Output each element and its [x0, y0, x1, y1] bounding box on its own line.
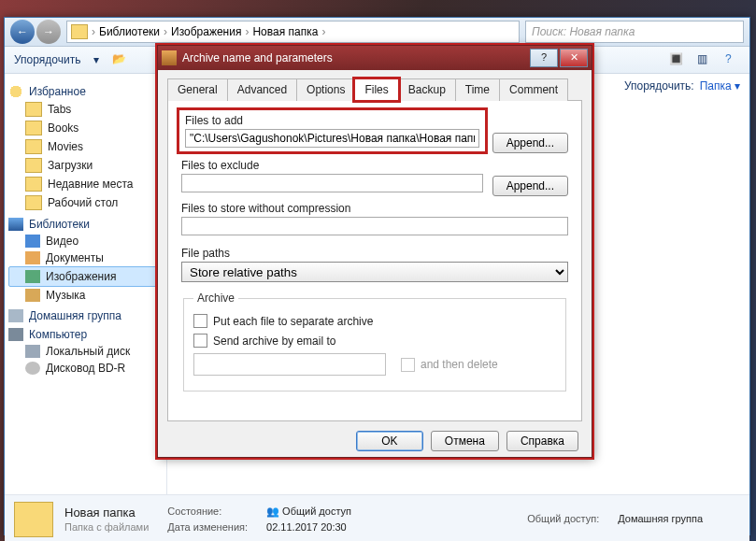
sidebar-item-images[interactable]: Изображения: [8, 266, 163, 287]
sidebar-item-label: Рабочий стол: [48, 196, 118, 209]
winrar-icon: [162, 50, 177, 65]
sidebar-item[interactable]: Локальный диск: [8, 343, 163, 360]
dialog-buttons: OK Отмена Справка: [167, 421, 582, 451]
sidebar-item-label: Дисковод BD-R: [46, 362, 125, 375]
sidebar-item-label: Музыка: [46, 289, 85, 302]
tab-advanced[interactable]: Advanced: [227, 78, 297, 101]
address-bar[interactable]: › Библиотеки › Изображения › Новая папка…: [66, 21, 520, 43]
sidebar-item[interactable]: Видео: [8, 233, 163, 249]
open-icon[interactable]: 📂: [112, 52, 127, 67]
search-input[interactable]: Поиск: Новая папка: [525, 21, 744, 43]
star-icon: [8, 85, 23, 98]
sidebar-item[interactable]: Загрузки: [8, 156, 163, 175]
sidebar-item[interactable]: Музыка: [8, 287, 163, 304]
ok-button[interactable]: OK: [356, 431, 423, 451]
tab-files[interactable]: Files: [354, 78, 398, 101]
sidebar-item[interactable]: Books: [8, 119, 163, 137]
files-to-exclude-input[interactable]: [181, 174, 483, 192]
status-state-value: 👥 Общий доступ: [266, 505, 351, 520]
tab-time[interactable]: Time: [455, 78, 500, 101]
back-button[interactable]: ←: [10, 20, 35, 44]
dialog-titlebar[interactable]: Archive name and parameters ? ✕: [158, 46, 592, 70]
folder-icon: [71, 24, 88, 39]
checkbox-send-email[interactable]: [193, 334, 207, 348]
sidebar-item[interactable]: Рабочий стол: [8, 193, 163, 212]
folder-icon: [25, 158, 42, 173]
sidebar-item[interactable]: Недавние места: [8, 175, 163, 193]
optical-disc-icon: [25, 362, 40, 375]
dialog-title: Archive name and parameters: [182, 51, 528, 64]
status-modified-value: 02.11.2017 20:30: [266, 521, 351, 534]
sidebar-item[interactable]: Дисковод BD-R: [8, 360, 163, 377]
sidebar-computer-header[interactable]: Компьютер: [8, 328, 163, 341]
files-to-add-label: Files to add: [185, 114, 479, 127]
email-target-row: and then delete: [193, 353, 556, 376]
files-to-exclude-label: Files to exclude: [181, 159, 483, 172]
sort-dropdown[interactable]: Папка ▾: [700, 79, 740, 93]
tab-comment[interactable]: Comment: [499, 78, 568, 101]
status-access-label: Общий доступ:: [527, 513, 599, 524]
append-button-1[interactable]: Append...: [492, 133, 568, 153]
files-to-exclude-group: Files to exclude: [181, 159, 483, 192]
tab-options[interactable]: Options: [296, 78, 355, 101]
sidebar-item-label: Изображения: [46, 270, 116, 283]
folder-icon: [25, 139, 42, 154]
help-button[interactable]: Справка: [506, 431, 578, 451]
tab-backup[interactable]: Backup: [398, 78, 456, 101]
chevron-right-icon: ›: [164, 25, 167, 38]
view-icon[interactable]: 🔳: [669, 52, 684, 67]
status-name: Новая папка: [64, 505, 149, 520]
sidebar-item[interactable]: Movies: [8, 137, 163, 156]
checkbox-put-separate[interactable]: [193, 314, 207, 328]
chevron-right-icon: ›: [321, 25, 325, 38]
homegroup-icon: [8, 309, 23, 322]
files-no-compress-input[interactable]: [181, 217, 568, 235]
status-bar: Новая папка Состояние: 👥 Общий доступ Па…: [5, 494, 749, 541]
folder-icon: [25, 195, 42, 210]
put-separate-row[interactable]: Put each file to separate archive: [193, 314, 556, 328]
dialog-tabs: General Advanced Options Files Backup Ti…: [167, 78, 582, 101]
folder-icon: [25, 102, 42, 117]
help-icon[interactable]: ?: [725, 52, 740, 67]
archive-group-legend: Archive: [193, 292, 238, 305]
sidebar-favorites-header[interactable]: Избранное: [8, 85, 163, 98]
file-paths-group: File paths Store relative paths: [181, 247, 568, 282]
folder-icon: [25, 177, 42, 192]
file-paths-select[interactable]: Store relative paths: [181, 262, 568, 282]
computer-icon: [8, 328, 23, 341]
preview-pane-icon[interactable]: ▥: [697, 52, 712, 67]
close-button[interactable]: ✕: [560, 49, 588, 67]
breadcrumb-item[interactable]: Новая папка: [252, 25, 318, 38]
cancel-button[interactable]: Отмена: [431, 431, 499, 451]
sort-value: Папка: [700, 79, 732, 93]
files-no-compress-group: Files to store without compression: [181, 202, 568, 235]
status-type: Папка с файлами: [64, 521, 149, 534]
sidebar-item[interactable]: Документы: [8, 249, 163, 266]
help-button[interactable]: ?: [530, 49, 558, 67]
sidebar-item-label: Видео: [46, 235, 78, 248]
send-email-row[interactable]: Send archive by email to: [193, 334, 556, 348]
sidebar-item-label: Movies: [48, 140, 83, 153]
sidebar-header-label: Библиотеки: [29, 218, 90, 231]
organize-button[interactable]: Упорядочить: [14, 53, 80, 66]
dropdown-arrow-icon: ▾: [93, 53, 99, 66]
sidebar-header-label: Домашняя группа: [29, 309, 121, 322]
forward-button[interactable]: →: [36, 20, 61, 44]
tab-general[interactable]: General: [167, 78, 228, 101]
sidebar-homegroup-header[interactable]: Домашняя группа: [8, 309, 163, 322]
explorer-navbar: ← → › Библиотеки › Изображения › Новая п…: [5, 18, 749, 47]
sidebar-item[interactable]: Tabs: [8, 100, 163, 119]
breadcrumb-item[interactable]: Библиотеки: [99, 25, 160, 38]
video-icon: [25, 235, 40, 248]
sidebar-libraries-header[interactable]: Библиотеки: [8, 218, 163, 231]
sidebar: Избранное Tabs Books Movies Загрузки Нед…: [5, 74, 167, 494]
archive-group: Archive Put each file to separate archiv…: [183, 292, 566, 392]
breadcrumb-item[interactable]: Изображения: [171, 25, 241, 38]
sidebar-item-label: Недавние места: [48, 178, 133, 191]
sidebar-item-label: Tabs: [48, 103, 71, 116]
files-to-add-input[interactable]: [185, 129, 479, 148]
files-to-add-group: Files to add: [181, 112, 483, 149]
status-access-value: Домашняя группа: [618, 513, 703, 526]
disk-icon: [25, 345, 40, 358]
append-button-2[interactable]: Append...: [492, 176, 568, 196]
